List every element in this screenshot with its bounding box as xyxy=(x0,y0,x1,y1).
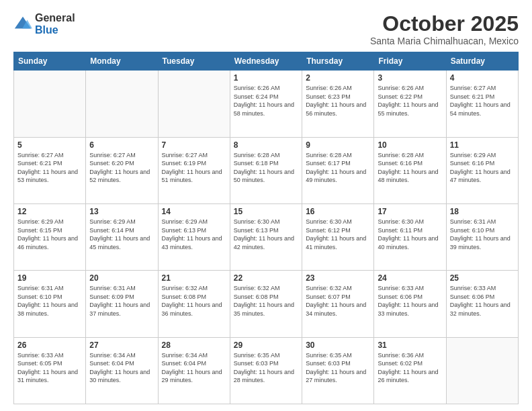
day-number: 1 xyxy=(234,73,298,83)
logo: General Blue xyxy=(13,12,75,36)
logo-blue: Blue xyxy=(35,24,75,36)
day-info: Sunrise: 6:34 AMSunset: 6:04 PMDaylight:… xyxy=(162,351,226,385)
week-row-2: 12Sunrise: 6:29 AMSunset: 6:15 PMDayligh… xyxy=(14,203,519,270)
day-info: Sunrise: 6:28 AMSunset: 6:16 PMDaylight:… xyxy=(378,151,442,185)
col-sunday: Sunday xyxy=(14,52,86,71)
calendar-cell: 20Sunrise: 6:31 AMSunset: 6:09 PMDayligh… xyxy=(86,271,158,337)
day-number: 3 xyxy=(378,73,442,83)
calendar-cell: 4Sunrise: 6:27 AMSunset: 6:21 PMDaylight… xyxy=(446,71,518,137)
calendar-cell: 2Sunrise: 6:26 AMSunset: 6:23 PMDaylight… xyxy=(302,71,374,137)
day-info: Sunrise: 6:31 AMSunset: 6:09 PMDaylight:… xyxy=(89,284,154,318)
day-number: 6 xyxy=(89,140,154,150)
day-info: Sunrise: 6:32 AMSunset: 6:08 PMDaylight:… xyxy=(162,284,226,318)
calendar-cell: 25Sunrise: 6:33 AMSunset: 6:06 PMDayligh… xyxy=(446,271,518,337)
day-number: 11 xyxy=(450,140,515,150)
day-number: 26 xyxy=(17,340,82,350)
calendar-cell: 1Sunrise: 6:26 AMSunset: 6:24 PMDaylight… xyxy=(230,71,302,137)
day-number: 27 xyxy=(89,340,154,350)
day-number: 2 xyxy=(306,73,370,83)
day-number: 23 xyxy=(306,273,370,283)
day-info: Sunrise: 6:33 AMSunset: 6:06 PMDaylight:… xyxy=(378,284,442,318)
day-info: Sunrise: 6:34 AMSunset: 6:04 PMDaylight:… xyxy=(89,351,154,385)
day-number: 14 xyxy=(162,207,226,216)
day-info: Sunrise: 6:28 AMSunset: 6:18 PMDaylight:… xyxy=(234,151,298,185)
day-info: Sunrise: 6:32 AMSunset: 6:08 PMDaylight:… xyxy=(234,284,298,318)
calendar-cell: 17Sunrise: 6:30 AMSunset: 6:11 PMDayligh… xyxy=(374,203,446,270)
day-info: Sunrise: 6:27 AMSunset: 6:20 PMDaylight:… xyxy=(89,151,154,185)
day-number: 25 xyxy=(450,273,515,283)
calendar-cell: 11Sunrise: 6:29 AMSunset: 6:16 PMDayligh… xyxy=(446,137,518,203)
calendar-cell: 13Sunrise: 6:29 AMSunset: 6:14 PMDayligh… xyxy=(86,203,158,270)
col-saturday: Saturday xyxy=(446,52,518,71)
calendar-cell: 19Sunrise: 6:31 AMSunset: 6:10 PMDayligh… xyxy=(14,271,86,337)
logo-icon xyxy=(13,15,32,34)
calendar-cell: 22Sunrise: 6:32 AMSunset: 6:08 PMDayligh… xyxy=(230,271,302,337)
calendar-cell: 6Sunrise: 6:27 AMSunset: 6:20 PMDaylight… xyxy=(86,137,158,203)
calendar-cell: 31Sunrise: 6:36 AMSunset: 6:02 PMDayligh… xyxy=(374,337,446,404)
calendar-table: Sunday Monday Tuesday Wednesday Thursday… xyxy=(13,52,519,404)
day-number: 13 xyxy=(89,207,154,216)
day-info: Sunrise: 6:29 AMSunset: 6:16 PMDaylight:… xyxy=(450,151,515,185)
day-info: Sunrise: 6:29 AMSunset: 6:15 PMDaylight:… xyxy=(17,218,82,251)
week-row-3: 19Sunrise: 6:31 AMSunset: 6:10 PMDayligh… xyxy=(14,271,519,337)
day-info: Sunrise: 6:29 AMSunset: 6:14 PMDaylight:… xyxy=(89,218,154,251)
month-title: October 2025 xyxy=(370,12,519,36)
day-number: 5 xyxy=(17,140,82,150)
calendar-cell: 29Sunrise: 6:35 AMSunset: 6:03 PMDayligh… xyxy=(230,337,302,404)
col-friday: Friday xyxy=(374,52,446,71)
day-info: Sunrise: 6:26 AMSunset: 6:23 PMDaylight:… xyxy=(306,84,370,118)
day-info: Sunrise: 6:26 AMSunset: 6:24 PMDaylight:… xyxy=(234,84,298,118)
title-section: October 2025 Santa Maria Chimalhuacan, M… xyxy=(370,12,519,46)
calendar-cell: 9Sunrise: 6:28 AMSunset: 6:17 PMDaylight… xyxy=(302,137,374,203)
calendar-cell: 15Sunrise: 6:30 AMSunset: 6:13 PMDayligh… xyxy=(230,203,302,270)
day-info: Sunrise: 6:27 AMSunset: 6:19 PMDaylight:… xyxy=(162,151,226,185)
calendar-cell: 7Sunrise: 6:27 AMSunset: 6:19 PMDaylight… xyxy=(158,137,230,203)
calendar-cell xyxy=(158,71,230,137)
calendar-cell: 5Sunrise: 6:27 AMSunset: 6:21 PMDaylight… xyxy=(14,137,86,203)
calendar-cell: 16Sunrise: 6:30 AMSunset: 6:12 PMDayligh… xyxy=(302,203,374,270)
day-info: Sunrise: 6:31 AMSunset: 6:10 PMDaylight:… xyxy=(450,218,515,251)
calendar-cell: 8Sunrise: 6:28 AMSunset: 6:18 PMDaylight… xyxy=(230,137,302,203)
calendar-cell: 24Sunrise: 6:33 AMSunset: 6:06 PMDayligh… xyxy=(374,271,446,337)
day-number: 28 xyxy=(162,340,226,350)
day-info: Sunrise: 6:30 AMSunset: 6:11 PMDaylight:… xyxy=(378,218,442,251)
calendar-cell xyxy=(86,71,158,137)
day-number: 22 xyxy=(234,273,298,283)
calendar-cell: 30Sunrise: 6:35 AMSunset: 6:03 PMDayligh… xyxy=(302,337,374,404)
day-info: Sunrise: 6:30 AMSunset: 6:13 PMDaylight:… xyxy=(234,218,298,251)
day-number: 21 xyxy=(162,273,226,283)
day-number: 17 xyxy=(378,207,442,216)
calendar-cell: 12Sunrise: 6:29 AMSunset: 6:15 PMDayligh… xyxy=(14,203,86,270)
day-info: Sunrise: 6:36 AMSunset: 6:02 PMDaylight:… xyxy=(378,351,442,385)
calendar-cell: 10Sunrise: 6:28 AMSunset: 6:16 PMDayligh… xyxy=(374,137,446,203)
calendar-cell: 21Sunrise: 6:32 AMSunset: 6:08 PMDayligh… xyxy=(158,271,230,337)
page: General Blue October 2025 Santa Maria Ch… xyxy=(0,0,532,411)
calendar-cell: 23Sunrise: 6:32 AMSunset: 6:07 PMDayligh… xyxy=(302,271,374,337)
calendar-cell: 18Sunrise: 6:31 AMSunset: 6:10 PMDayligh… xyxy=(446,203,518,270)
day-info: Sunrise: 6:29 AMSunset: 6:13 PMDaylight:… xyxy=(162,218,226,251)
day-info: Sunrise: 6:27 AMSunset: 6:21 PMDaylight:… xyxy=(450,84,515,118)
day-number: 9 xyxy=(306,140,370,150)
day-info: Sunrise: 6:35 AMSunset: 6:03 PMDaylight:… xyxy=(306,351,370,385)
day-info: Sunrise: 6:31 AMSunset: 6:10 PMDaylight:… xyxy=(17,284,82,318)
day-number: 31 xyxy=(378,340,442,350)
col-tuesday: Tuesday xyxy=(158,52,230,71)
day-number: 15 xyxy=(234,207,298,216)
day-number: 20 xyxy=(89,273,154,283)
location: Santa Maria Chimalhuacan, Mexico xyxy=(370,36,519,46)
day-info: Sunrise: 6:27 AMSunset: 6:21 PMDaylight:… xyxy=(17,151,82,185)
day-number: 12 xyxy=(17,207,82,216)
week-row-0: 1Sunrise: 6:26 AMSunset: 6:24 PMDaylight… xyxy=(14,71,519,137)
col-thursday: Thursday xyxy=(302,52,374,71)
day-info: Sunrise: 6:33 AMSunset: 6:06 PMDaylight:… xyxy=(450,284,515,318)
calendar-cell: 3Sunrise: 6:26 AMSunset: 6:22 PMDaylight… xyxy=(374,71,446,137)
week-row-1: 5Sunrise: 6:27 AMSunset: 6:21 PMDaylight… xyxy=(14,137,519,203)
day-number: 10 xyxy=(378,140,442,150)
logo-text: General Blue xyxy=(35,12,75,36)
calendar-cell: 14Sunrise: 6:29 AMSunset: 6:13 PMDayligh… xyxy=(158,203,230,270)
day-number: 7 xyxy=(162,140,226,150)
day-number: 19 xyxy=(17,273,82,283)
day-number: 24 xyxy=(378,273,442,283)
day-number: 29 xyxy=(234,340,298,350)
week-row-4: 26Sunrise: 6:33 AMSunset: 6:05 PMDayligh… xyxy=(14,337,519,404)
